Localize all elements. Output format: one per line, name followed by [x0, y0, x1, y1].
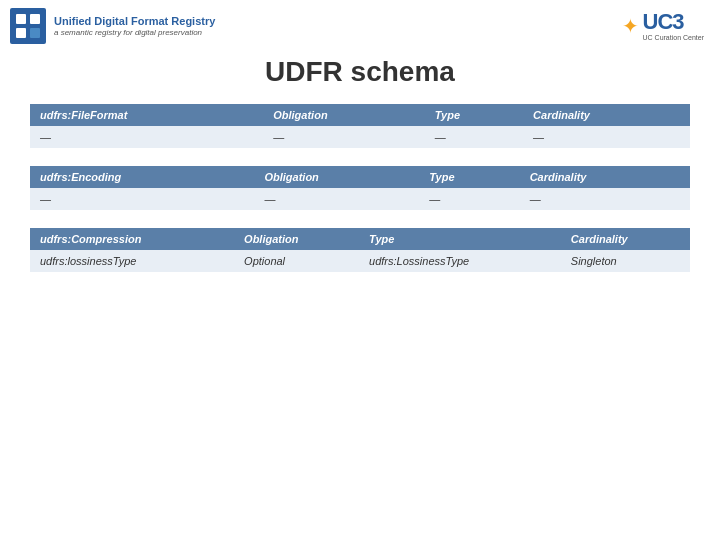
section-compression: udfrs:CompressionObligationTypeCardinali…	[30, 228, 690, 272]
cell-0-0: —	[30, 126, 263, 148]
cell-0-3: —	[523, 126, 690, 148]
table-row: ————	[30, 126, 690, 148]
table-encoding: udfrs:EncodingObligationTypeCardinality—…	[30, 166, 690, 210]
logo-title: Unified Digital Format Registry	[54, 15, 215, 28]
uc3-sublabel: UC Curation Center	[643, 34, 704, 42]
table-row: ————	[30, 188, 690, 210]
uc3-star-icon: ✦	[622, 14, 639, 38]
logo-subtitle: a semantic registry for digital preserva…	[54, 28, 215, 37]
header: Unified Digital Format Registry a semant…	[0, 0, 720, 48]
svg-rect-3	[30, 28, 40, 38]
cell-0-1: —	[263, 126, 425, 148]
cell-0-1: —	[254, 188, 419, 210]
col-header-1: Obligation	[254, 166, 419, 188]
svg-rect-1	[30, 14, 40, 24]
logo-text-area: Unified Digital Format Registry a semant…	[54, 15, 215, 37]
cell-0-1: Optional	[234, 250, 359, 272]
col-header-2: Type	[359, 228, 561, 250]
col-header-0: udfrs:FileFormat	[30, 104, 263, 126]
cell-0-3: —	[520, 188, 690, 210]
col-header-1: Obligation	[263, 104, 425, 126]
logo-area: Unified Digital Format Registry a semant…	[10, 8, 215, 44]
uc3-label: UC3	[643, 10, 704, 34]
col-header-2: Type	[419, 166, 519, 188]
cell-0-3: Singleton	[561, 250, 690, 272]
col-header-3: Cardinality	[561, 228, 690, 250]
cell-0-2: —	[425, 126, 523, 148]
cell-0-2: —	[419, 188, 519, 210]
svg-rect-2	[16, 28, 26, 38]
svg-rect-0	[16, 14, 26, 24]
col-header-0: udfrs:Compression	[30, 228, 234, 250]
table-compression: udfrs:CompressionObligationTypeCardinali…	[30, 228, 690, 272]
col-header-3: Cardinality	[523, 104, 690, 126]
col-header-2: Type	[425, 104, 523, 126]
col-header-3: Cardinality	[520, 166, 690, 188]
cell-0-0: —	[30, 188, 254, 210]
uc3-text-area: UC3 UC Curation Center	[643, 10, 704, 42]
table-file-format: udfrs:FileFormatObligationTypeCardinalit…	[30, 104, 690, 148]
col-header-1: Obligation	[234, 228, 359, 250]
content: udfrs:FileFormatObligationTypeCardinalit…	[0, 104, 720, 272]
cell-0-2: udfrs:LossinessType	[359, 250, 561, 272]
section-encoding: udfrs:EncodingObligationTypeCardinality—…	[30, 166, 690, 210]
section-file-format: udfrs:FileFormatObligationTypeCardinalit…	[30, 104, 690, 148]
page-title: UDFR schema	[0, 56, 720, 88]
col-header-0: udfrs:Encoding	[30, 166, 254, 188]
logo-box	[10, 8, 46, 44]
table-row: udfrs:lossinessTypeOptionaludfrs:Lossine…	[30, 250, 690, 272]
cell-0-0: udfrs:lossinessType	[30, 250, 234, 272]
uc3-logo: ✦ UC3 UC Curation Center	[622, 10, 704, 42]
